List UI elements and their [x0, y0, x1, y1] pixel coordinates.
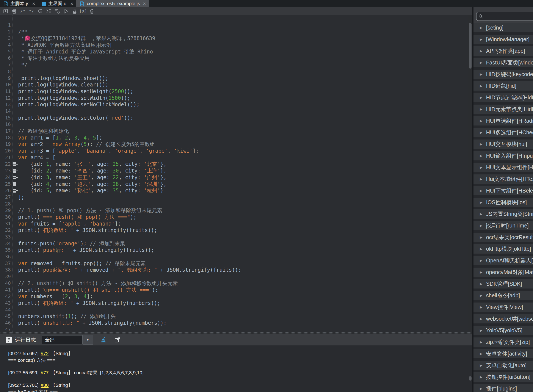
expand-arrow-icon[interactable]: ▶	[480, 96, 482, 100]
expand-arrow-icon[interactable]: ▶	[480, 131, 482, 135]
api-category-item[interactable]: ▶HID键鼠[hid]	[473, 81, 533, 91]
api-category-item[interactable]: ▶IOS控制模块[ios]	[473, 198, 533, 207]
expand-arrow-icon[interactable]: ▶	[480, 107, 482, 111]
close-icon[interactable]: ×	[70, 1, 74, 6]
clear-trash-icon[interactable]	[89, 8, 95, 14]
format-code-icon[interactable]	[54, 8, 60, 14]
search-input[interactable]	[476, 12, 533, 21]
open-in-window-icon[interactable]	[114, 337, 120, 343]
expand-arrow-icon[interactable]: ▶	[480, 235, 482, 239]
expand-arrow-icon[interactable]: ▶	[480, 177, 482, 181]
log-id-link[interactable]: #72	[41, 351, 49, 356]
api-category-item[interactable]: ▶OpenAI聊天机器人[c	[473, 256, 533, 265]
tab-主界面.ui[interactable]: 主界面.ui×	[38, 0, 77, 7]
run-icon[interactable]	[63, 8, 69, 14]
expand-arrow-icon[interactable]: ▶	[480, 200, 482, 204]
api-category-item[interactable]: ▶Hui文本域组件[HTex	[473, 174, 533, 184]
test-flask-icon[interactable]	[72, 8, 77, 14]
expand-arrow-icon[interactable]: ▶	[480, 294, 482, 298]
expand-arrow-icon[interactable]: ▶	[480, 375, 482, 379]
api-category-item[interactable]: ▶[WindowManager]	[473, 35, 533, 44]
expand-arrow-icon[interactable]: ▶	[480, 189, 482, 193]
api-category-item[interactable]: ▶js运行时[runTime]	[473, 221, 533, 230]
expand-arrow-icon[interactable]: ▶	[480, 305, 482, 309]
api-category-item[interactable]: ▶FastUI界面类[window	[473, 58, 533, 67]
clear-log-broom-icon[interactable]	[100, 336, 107, 343]
api-category-item[interactable]: ▶JS内置String类[Strin	[473, 209, 533, 219]
expand-arrow-icon[interactable]: ▶	[480, 61, 482, 65]
api-category-item[interactable]: ▶HUI下拉组件[HSelec	[473, 186, 533, 195]
collapse-icon[interactable]	[13, 182, 16, 186]
expand-arrow-icon[interactable]: ▶	[480, 259, 482, 263]
api-category-item[interactable]: ▶View控件[View]	[473, 303, 533, 312]
api-category-item[interactable]: ▶shell命令[adb]	[473, 291, 533, 300]
api-category-item[interactable]: ▶HID按键码[keycode]	[473, 70, 533, 79]
expand-arrow-icon[interactable]: ▶	[480, 340, 482, 344]
expand-arrow-icon[interactable]: ▶	[480, 154, 482, 158]
expand-arrow-icon[interactable]: ▶	[480, 224, 482, 228]
api-category-item[interactable]: ▶HUI输入组件[HInput	[473, 151, 533, 160]
api-category-item[interactable]: ▶[seting]	[473, 23, 533, 32]
log-output[interactable]: [09:27:55.697]#72【String】=== concat() 方法…	[0, 345, 472, 392]
editor-scrollbar-thumb[interactable]	[469, 23, 472, 69]
api-category-item[interactable]: ▶SDK管理[SDK]	[473, 279, 533, 289]
expand-arrow-icon[interactable]: ▶	[480, 72, 482, 76]
api-category-item[interactable]: ▶HUI交互模块[hui]	[473, 140, 533, 149]
comment-block-icon[interactable]: /*	[20, 8, 26, 14]
api-category-item[interactable]: ▶HID元素节点类[HidN	[473, 105, 533, 114]
api-category-item[interactable]: ▶okHttp模块[okHttp]	[473, 244, 533, 254]
log-scrollbar-thumb[interactable]	[469, 376, 472, 381]
log-id-link[interactable]: #77	[41, 370, 49, 375]
expand-arrow-icon[interactable]: ▶	[480, 49, 482, 53]
api-category-item[interactable]: ▶opencvMat对象[Mat	[473, 268, 533, 277]
expand-arrow-icon[interactable]: ▶	[480, 119, 482, 123]
outdent-icon[interactable]	[37, 8, 43, 14]
collapse-icon[interactable]	[13, 189, 16, 192]
api-category-item[interactable]: ▶APP操作类[app]	[473, 46, 533, 56]
expand-arrow-icon[interactable]: ▶	[480, 363, 482, 367]
log-id-link[interactable]: #80	[41, 383, 49, 388]
log-filter-select[interactable]: 全部	[42, 335, 83, 344]
close-icon[interactable]: ×	[32, 1, 35, 6]
new-file-icon[interactable]	[3, 8, 8, 14]
api-category-item[interactable]: ▶HUI单选组件[HRadio	[473, 116, 533, 126]
print-icon[interactable]	[11, 8, 17, 14]
tab-complex_es5_example.js[interactable]: JScomplex_es5_example.js×	[76, 0, 149, 7]
log-filter-dropdown-button[interactable]: ▼	[83, 335, 93, 345]
expand-arrow-icon[interactable]: ▶	[480, 212, 482, 216]
uncomment-block-icon[interactable]: */	[28, 8, 34, 14]
expand-arrow-icon[interactable]: ▶	[480, 387, 482, 391]
editor-scrollbar[interactable]	[468, 15, 472, 332]
expand-arrow-icon[interactable]: ▶	[480, 37, 482, 41]
expand-arrow-icon[interactable]: ▶	[480, 282, 482, 286]
expand-arrow-icon[interactable]: ▶	[480, 328, 482, 332]
close-icon[interactable]: ×	[143, 1, 146, 6]
api-category-item[interactable]: ▶zip压缩文件类[zip]	[473, 337, 533, 347]
indent-icon[interactable]	[46, 8, 51, 14]
expand-arrow-icon[interactable]: ▶	[480, 142, 482, 146]
api-category-item[interactable]: ▶YoloV5[yoloV5]	[473, 326, 533, 335]
api-category-item[interactable]: ▶安卓窗体[activity]	[473, 349, 533, 358]
collapse-icon[interactable]	[13, 162, 16, 166]
api-category-item[interactable]: ▶websocket类[webso	[473, 314, 533, 323]
tab-主脚本.js[interactable]: JS主脚本.js×	[0, 0, 38, 7]
api-category-item[interactable]: ▶按钮控件[uiButton]	[473, 372, 533, 382]
api-category-item[interactable]: ▶HID节点过滤器[HidN	[473, 93, 533, 102]
expand-arrow-icon[interactable]: ▶	[480, 352, 482, 356]
expand-arrow-icon[interactable]: ▶	[480, 317, 482, 321]
element-selector-icon[interactable]: [X]	[80, 8, 86, 14]
api-category-item[interactable]: ▶插件[plugins]	[473, 384, 533, 392]
expand-arrow-icon[interactable]: ▶	[480, 165, 482, 169]
api-category-item[interactable]: ▶HUI文本显示组件[Ht	[473, 163, 533, 172]
expand-arrow-icon[interactable]: ▶	[480, 270, 482, 274]
collapse-icon[interactable]	[13, 176, 16, 179]
api-category-item[interactable]: ▶HUI多选组件[HCheck	[473, 128, 533, 137]
collapse-icon[interactable]	[13, 169, 16, 173]
expand-arrow-icon[interactable]: ▶	[480, 84, 482, 88]
code-editor[interactable]: 12/**3 *🧶交流QQ群711841924群一，苹果内测群，52881663…	[0, 15, 468, 332]
expand-arrow-icon[interactable]: ▶	[480, 247, 482, 251]
api-category-item[interactable]: ▶安卓自动化[auto]	[473, 361, 533, 370]
expand-arrow-icon[interactable]: ▶	[480, 26, 482, 30]
panel-resize-handle[interactable]	[0, 332, 472, 334]
api-category-item[interactable]: ▶ocr结果类[ocrResult]	[473, 233, 533, 242]
